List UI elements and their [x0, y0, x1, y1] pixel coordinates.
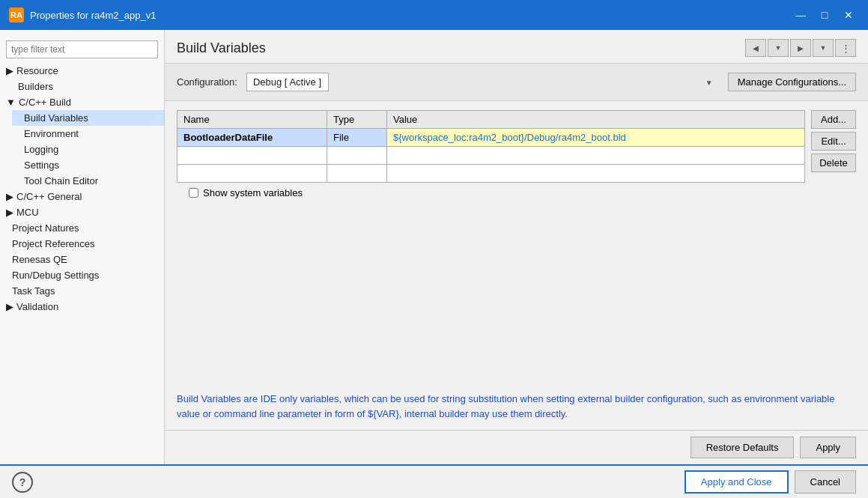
cell-name: BootloaderDataFile	[177, 129, 327, 147]
sidebar-item-cpp-build[interactable]: ▼ C/C++ Build	[0, 94, 164, 110]
chevron-right-icon: ▶	[6, 65, 13, 76]
sidebar-item-settings[interactable]: Settings	[12, 157, 164, 173]
filter-wrapper	[0, 36, 164, 63]
filter-input[interactable]	[6, 40, 158, 58]
chevron-down-icon: ▼	[6, 97, 16, 108]
table-row-empty-1	[177, 147, 805, 165]
close-button[interactable]: ✕	[838, 6, 859, 24]
content-header: Build Variables ◄ ▼ ► ▼ ⋮	[165, 30, 868, 64]
chevron-right-icon-2: ▶	[6, 191, 13, 202]
sidebar: ▶ Resource Builders ▼ C/C++ Build Build …	[0, 30, 165, 464]
content-area: Build Variables ◄ ▼ ► ▼ ⋮	[165, 30, 868, 464]
sidebar-item-project-references[interactable]: Project References	[0, 236, 164, 252]
sidebar-item-resource[interactable]: ▶ Resource	[0, 63, 164, 79]
cell-type: File	[327, 129, 387, 147]
window-title: Properties for ra4m2_app_v1	[30, 10, 156, 21]
main-container: ▶ Resource Builders ▼ C/C++ Build Build …	[0, 30, 868, 464]
edit-button[interactable]: Edit...	[811, 132, 856, 151]
footer-actions: Apply and Close Cancel	[685, 470, 856, 494]
description-text: Build Variables are IDE only variables, …	[165, 383, 868, 430]
configuration-row: Configuration: Debug [ Active ] Manage C…	[165, 64, 868, 101]
cancel-button[interactable]: Cancel	[795, 470, 856, 494]
help-button[interactable]: ?	[12, 472, 33, 493]
apply-and-close-button[interactable]: Apply and Close	[685, 470, 789, 494]
sidebar-item-logging[interactable]: Logging	[12, 142, 164, 157]
title-bar-left: RA Properties for ra4m2_app_v1	[9, 7, 156, 22]
configuration-label: Configuration:	[177, 76, 237, 88]
add-button[interactable]: Add...	[811, 110, 856, 129]
col-header-value: Value	[387, 111, 805, 129]
cpp-build-children: Build Variables Environment Logging Sett…	[0, 110, 164, 189]
minimize-button[interactable]: —	[790, 6, 811, 24]
show-system-variables-row: Show system variables	[177, 183, 856, 203]
show-system-variables-label[interactable]: Show system variables	[203, 187, 303, 198]
forward-dropdown-button[interactable]: ▼	[813, 39, 834, 57]
sidebar-item-build-variables[interactable]: Build Variables	[12, 110, 164, 126]
chevron-right-icon-4: ▶	[6, 301, 13, 312]
apply-button[interactable]: Apply	[800, 437, 856, 458]
back-button[interactable]: ◄	[745, 39, 766, 57]
cell-value: ${workspace_loc:ra4m2_boot}/Debug/ra4m2_…	[387, 129, 805, 147]
variables-table: Name Type Value BootloaderDataFile File …	[177, 110, 805, 183]
show-system-variables-checkbox[interactable]	[189, 188, 198, 198]
menu-icon: ⋮	[841, 43, 851, 54]
bottom-buttons: Restore Defaults Apply	[165, 430, 868, 464]
footer: ? Apply and Close Cancel	[0, 464, 868, 498]
col-header-type: Type	[327, 111, 387, 129]
table-buttons: Add... Edit... Delete	[811, 110, 856, 172]
title-bar: RA Properties for ra4m2_app_v1 — □ ✕	[0, 0, 868, 30]
sidebar-item-validation[interactable]: ▶ Validation	[0, 299, 164, 315]
forward-button[interactable]: ►	[790, 39, 811, 57]
title-bar-controls: — □ ✕	[790, 6, 859, 24]
sidebar-item-builders[interactable]: Builders	[0, 79, 164, 94]
table-row-empty-2	[177, 165, 805, 183]
sidebar-item-task-tags[interactable]: Task Tags	[0, 283, 164, 299]
sidebar-item-cpp-general[interactable]: ▶ C/C++ General	[0, 189, 164, 204]
menu-button[interactable]: ⋮	[835, 39, 856, 57]
delete-button[interactable]: Delete	[811, 154, 856, 172]
header-actions: ◄ ▼ ► ▼ ⋮	[745, 39, 856, 57]
dropdown-arrow-icon: ▼	[775, 44, 782, 52]
configuration-select-wrapper: Debug [ Active ]	[246, 73, 719, 91]
chevron-right-icon-3: ▶	[6, 207, 13, 218]
sidebar-item-mcu[interactable]: ▶ MCU	[0, 204, 164, 220]
configuration-select[interactable]: Debug [ Active ]	[246, 73, 329, 91]
back-arrow-icon: ◄	[751, 43, 761, 54]
forward-arrow-icon: ►	[796, 43, 806, 54]
sidebar-item-tool-chain-editor[interactable]: Tool Chain Editor	[12, 173, 164, 189]
sidebar-item-renesas-qe[interactable]: Renesas QE	[0, 252, 164, 267]
back-dropdown-button[interactable]: ▼	[768, 39, 789, 57]
app-icon: RA	[9, 7, 24, 22]
forward-dropdown-icon: ▼	[820, 44, 827, 52]
maximize-button[interactable]: □	[814, 6, 835, 24]
table-section-inner: Name Type Value BootloaderDataFile File …	[177, 110, 856, 183]
table-section: Name Type Value BootloaderDataFile File …	[165, 101, 868, 383]
manage-configurations-button[interactable]: Manage Configurations...	[728, 73, 856, 91]
sidebar-item-environment[interactable]: Environment	[12, 126, 164, 142]
table-row[interactable]: BootloaderDataFile File ${workspace_loc:…	[177, 129, 805, 147]
restore-defaults-button[interactable]: Restore Defaults	[691, 437, 795, 458]
sidebar-item-run-debug-settings[interactable]: Run/Debug Settings	[0, 267, 164, 283]
sidebar-item-project-natures[interactable]: Project Natures	[0, 220, 164, 236]
col-header-name: Name	[177, 111, 327, 129]
page-title: Build Variables	[177, 40, 266, 56]
